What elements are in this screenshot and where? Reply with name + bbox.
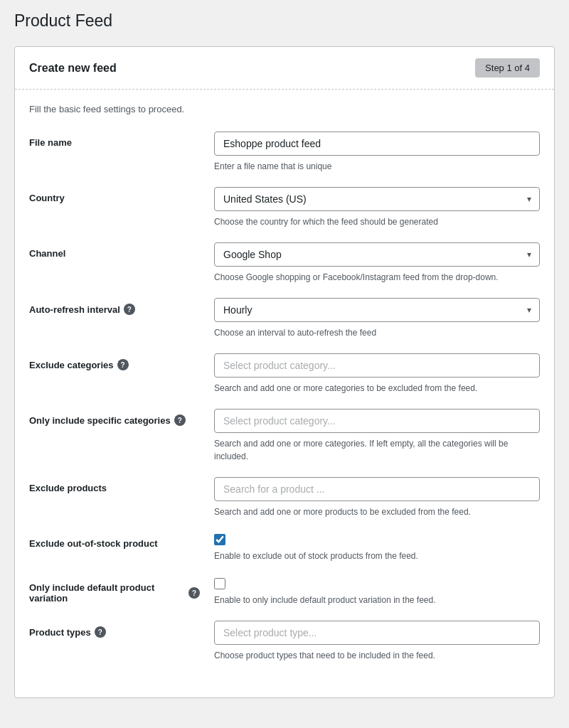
intro-text: Fill the basic feed settings to proceed. (29, 104, 540, 114)
exclude-products-label: Exclude products (29, 483, 200, 493)
include-categories-help-icon[interactable]: ? (174, 414, 186, 426)
auto-refresh-help-icon[interactable]: ? (124, 304, 135, 315)
product-types-help-icon[interactable]: ? (95, 626, 106, 638)
channel-hint: Choose Google shopping or Facebook/Insta… (214, 271, 540, 284)
default-variation-row: Only include default product variation ?… (29, 577, 540, 606)
default-variation-help-icon[interactable]: ? (188, 587, 200, 599)
default-variation-checkbox[interactable] (214, 578, 225, 589)
exclude-products-hint: Search and add one or more products to b… (214, 505, 540, 518)
exclude-categories-hint: Search and add one or more categories to… (214, 382, 540, 395)
product-types-input[interactable] (214, 621, 540, 645)
product-types-hint: Choose product types that need to be inc… (214, 649, 540, 662)
exclude-out-of-stock-checkbox[interactable] (214, 534, 225, 545)
include-categories-input[interactable] (214, 409, 540, 433)
auto-refresh-label: Auto-refresh interval ? (29, 304, 200, 315)
default-variation-hint: Enable to only include default product v… (214, 594, 540, 606)
step-badge: Step 1 of 4 (475, 58, 540, 77)
file-name-label: File name (29, 137, 200, 148)
channel-select[interactable]: Google Shop Facebook/Instagram (214, 242, 540, 267)
file-name-input[interactable] (214, 132, 540, 156)
file-name-row: File name Enter a file name that is uniq… (29, 132, 540, 173)
include-categories-hint: Search and add one or more categories. I… (214, 437, 540, 463)
exclude-products-row: Exclude products Search and add one or m… (29, 477, 540, 518)
country-label: Country (29, 193, 200, 203)
channel-row: Channel Google Shop Facebook/Instagram ▾… (29, 242, 540, 284)
exclude-products-input[interactable] (214, 477, 540, 501)
auto-refresh-select[interactable]: Hourly Daily Weekly Monthly (214, 298, 540, 322)
product-types-label: Product types ? (29, 626, 200, 638)
product-types-row: Product types ? Choose product types tha… (29, 621, 540, 662)
country-select[interactable]: United States (US) United Kingdom (UK) C… (214, 187, 540, 211)
channel-label: Channel (29, 248, 200, 259)
exclude-categories-help-icon[interactable]: ? (117, 359, 129, 370)
exclude-categories-row: Exclude categories ? Search and add one … (29, 353, 540, 395)
exclude-categories-label: Exclude categories ? (29, 359, 200, 370)
country-row: Country United States (US) United Kingdo… (29, 187, 540, 228)
default-variation-label: Only include default product variation ? (29, 582, 200, 604)
auto-refresh-row: Auto-refresh interval ? Hourly Daily Wee… (29, 298, 540, 339)
card-title: Create new feed (29, 62, 117, 75)
card-body: Fill the basic feed settings to proceed.… (15, 90, 554, 697)
exclude-out-of-stock-label: Exclude out-of-stock product (29, 538, 200, 549)
page-title: Product Feed (14, 11, 555, 31)
exclude-out-of-stock-hint: Enable to exclude out of stock products … (214, 550, 540, 562)
auto-refresh-hint: Choose an interval to auto-refresh the f… (214, 326, 540, 339)
file-name-hint: Enter a file name that is unique (214, 160, 540, 173)
include-categories-label: Only include specific categories ? (29, 414, 200, 426)
exclude-out-of-stock-row: Exclude out-of-stock product Enable to e… (29, 532, 540, 562)
main-card: Create new feed Step 1 of 4 Fill the bas… (14, 46, 555, 698)
exclude-categories-input[interactable] (214, 353, 540, 378)
include-categories-row: Only include specific categories ? Searc… (29, 409, 540, 463)
card-header: Create new feed Step 1 of 4 (15, 47, 554, 90)
country-hint: Choose the country for which the feed sh… (214, 215, 540, 228)
